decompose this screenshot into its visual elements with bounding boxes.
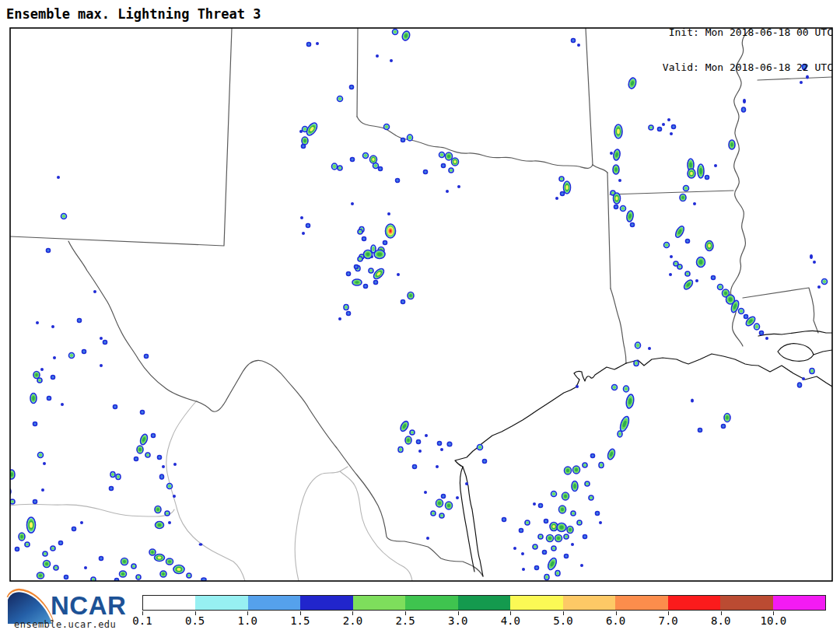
threat-cell bbox=[686, 240, 690, 243]
threat-cell bbox=[573, 466, 580, 474]
threat-cell bbox=[614, 205, 618, 209]
threat-cell bbox=[121, 558, 128, 565]
threat-cell bbox=[583, 535, 587, 539]
threat-cell bbox=[596, 512, 600, 516]
threat-cell bbox=[173, 463, 177, 466]
threat-cell bbox=[599, 463, 604, 468]
threat-cell bbox=[167, 484, 173, 489]
threat-cell bbox=[744, 315, 748, 319]
threat-cell bbox=[100, 364, 103, 367]
colorbar-segment bbox=[405, 596, 457, 610]
threat-cell bbox=[51, 325, 54, 328]
threat-cell bbox=[513, 547, 516, 550]
colorbar-segment bbox=[300, 596, 352, 610]
threat-cell bbox=[591, 454, 595, 458]
threat-cell bbox=[426, 537, 429, 540]
threat-cell bbox=[25, 542, 30, 547]
threat-cell bbox=[369, 268, 373, 273]
threat-cell bbox=[65, 576, 68, 579]
threat-cell bbox=[670, 255, 673, 258]
threat-cell bbox=[431, 511, 436, 516]
threat-cell bbox=[624, 386, 629, 392]
threat-cell bbox=[697, 257, 705, 268]
threat-cell bbox=[396, 179, 400, 183]
colorbar bbox=[142, 595, 826, 611]
threat-cell bbox=[555, 571, 560, 576]
threat-cell bbox=[160, 571, 166, 577]
threat-cell bbox=[405, 436, 411, 444]
threat-cell bbox=[302, 145, 306, 149]
threat-cell bbox=[559, 506, 566, 513]
threat-cell bbox=[576, 385, 579, 388]
threat-cell bbox=[478, 445, 483, 450]
threat-cell bbox=[648, 347, 651, 350]
threat-cell bbox=[168, 521, 171, 524]
threat-cell bbox=[607, 448, 616, 460]
threat-cell bbox=[69, 353, 75, 359]
threat-cell bbox=[525, 520, 530, 525]
map-frame bbox=[10, 28, 832, 581]
threat-cell bbox=[399, 420, 410, 432]
threat-cell bbox=[370, 156, 377, 163]
threat-cell bbox=[614, 193, 621, 204]
threat-cell bbox=[376, 54, 379, 58]
threat-cell bbox=[103, 341, 107, 345]
threat-cell bbox=[712, 276, 716, 280]
threat-cell bbox=[544, 575, 549, 580]
threat-cell bbox=[338, 166, 342, 170]
threat-cell bbox=[364, 250, 373, 259]
threat-cell bbox=[724, 414, 730, 422]
threat-cell bbox=[571, 543, 574, 546]
threat-cell bbox=[374, 281, 378, 285]
threat-cell bbox=[47, 249, 51, 253]
threat-cell bbox=[78, 319, 82, 323]
threat-cell bbox=[136, 575, 141, 579]
colorbar-segment bbox=[615, 596, 667, 610]
threat-cell bbox=[449, 168, 453, 173]
threat-cell bbox=[114, 405, 117, 409]
threat-cell bbox=[662, 123, 665, 126]
threat-cell bbox=[561, 192, 565, 196]
threat-cell bbox=[667, 118, 670, 121]
threat-cell bbox=[684, 186, 689, 191]
threat-cell bbox=[698, 164, 704, 178]
threat-cell bbox=[589, 495, 593, 500]
threat-cell bbox=[302, 137, 308, 145]
threat-cell bbox=[302, 232, 305, 235]
threat-cell bbox=[688, 169, 695, 178]
threat-cell bbox=[551, 492, 557, 497]
threat-cell bbox=[520, 529, 523, 533]
threat-cell bbox=[618, 431, 622, 437]
threat-cell bbox=[634, 361, 639, 366]
colorbar-segment bbox=[773, 596, 825, 610]
threat-cell bbox=[401, 30, 411, 41]
threat-cell bbox=[300, 216, 303, 219]
colorbar-segment bbox=[668, 596, 720, 610]
threat-cell bbox=[61, 214, 67, 219]
threat-cell bbox=[664, 243, 670, 248]
threat-cell bbox=[141, 411, 145, 415]
state-borders bbox=[10, 28, 832, 581]
colorbar-segment bbox=[248, 596, 300, 610]
threat-cell bbox=[742, 107, 746, 112]
threat-cell bbox=[155, 555, 165, 562]
threat-cell bbox=[439, 152, 445, 158]
threat-cell bbox=[567, 527, 573, 534]
threat-cell bbox=[559, 177, 564, 181]
threat-cell bbox=[442, 164, 446, 168]
threat-cell bbox=[682, 278, 694, 291]
threat-cell bbox=[612, 385, 618, 390]
threat-cell bbox=[718, 285, 723, 290]
threat-cell bbox=[166, 558, 173, 565]
threat-cell bbox=[535, 566, 539, 570]
colorbar-segment bbox=[563, 596, 615, 610]
threat-cell bbox=[61, 403, 64, 406]
threat-cell bbox=[544, 520, 548, 523]
threat-cell bbox=[677, 264, 682, 269]
threat-cell bbox=[577, 520, 582, 525]
colorbar-tick-label: 1.0 bbox=[238, 614, 257, 627]
threat-cell bbox=[465, 482, 468, 485]
threat-cell bbox=[41, 488, 44, 492]
threat-cell bbox=[100, 337, 103, 340]
threat-cell bbox=[446, 502, 453, 509]
